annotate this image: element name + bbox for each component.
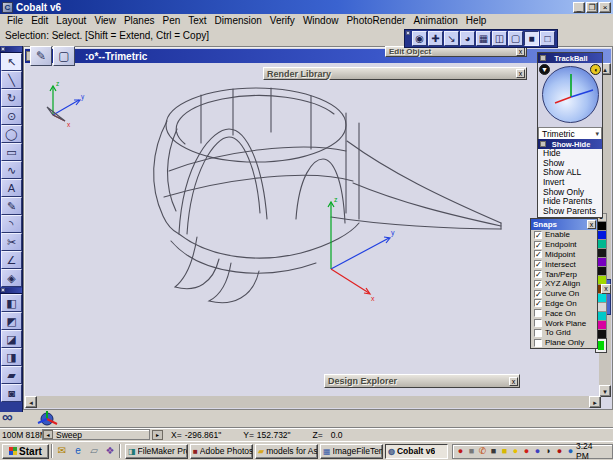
design-explorer-close-icon[interactable]: x — [509, 377, 518, 386]
mini-palette-close-icon[interactable]: x — [601, 284, 611, 294]
snaps-close-icon[interactable]: x — [587, 220, 596, 229]
tool-button[interactable]: ↖ — [1, 53, 22, 71]
menu-item[interactable]: PhotoRender — [342, 15, 409, 26]
render-library-close-icon[interactable]: x — [516, 69, 525, 78]
start-button[interactable]: Start — [2, 444, 49, 459]
z-coord-value[interactable]: 0.0 — [331, 430, 343, 440]
x-coord-value[interactable]: -296.861" — [185, 430, 222, 440]
scroll-left-icon[interactable]: ◂ — [25, 396, 37, 408]
presentation-mode-icon[interactable]: ▢ — [53, 46, 75, 66]
tray-icon[interactable]: ◗ — [543, 445, 554, 458]
snap-checkbox[interactable]: ✓ — [534, 299, 542, 307]
menu-item[interactable]: Window — [299, 15, 343, 26]
view-toolbar-button[interactable]: ◕ — [460, 31, 475, 46]
menu-item[interactable]: Verify — [266, 15, 299, 26]
solid-tool-button[interactable]: ◪ — [1, 330, 22, 348]
taskbar-window-button[interactable]: ◍ Cobalt v6 — [385, 444, 448, 459]
solid-tool-button[interactable]: ◧ — [1, 294, 22, 312]
close-button[interactable]: × — [599, 2, 611, 13]
trackball-titlebar[interactable]: TrackBall — [538, 53, 602, 63]
quick-launch-icon[interactable]: ▱ — [87, 444, 101, 458]
view-toolbar-button[interactable]: ▦ — [476, 31, 491, 46]
snaps-titlebar[interactable]: Snaps x — [531, 219, 597, 230]
trackball-menu-icon[interactable]: ▼ — [539, 64, 550, 75]
snap-checkbox[interactable]: ✓ — [534, 231, 542, 239]
snap-checkbox[interactable]: ✓ — [534, 309, 542, 317]
menu-item[interactable]: Edit — [27, 15, 52, 26]
tray-icon[interactable]: ● — [532, 445, 543, 458]
menu-item[interactable]: Text — [184, 15, 210, 26]
snap-checkbox[interactable]: ✓ — [534, 280, 542, 288]
solid-tool-button[interactable]: ◩ — [1, 312, 22, 330]
view-toolbar-button[interactable]: ■ — [524, 31, 539, 46]
menu-item[interactable]: Planes — [120, 15, 159, 26]
solid-tool-button[interactable]: ◙ — [1, 384, 22, 402]
tool-button[interactable]: ◝ — [1, 215, 22, 233]
menu-item[interactable]: Help — [462, 15, 491, 26]
snap-checkbox[interactable]: ✓ — [534, 270, 542, 278]
snap-checkbox[interactable]: ✓ — [534, 329, 542, 337]
menu-item[interactable]: Pen — [158, 15, 184, 26]
menu-item[interactable]: Animation — [409, 15, 461, 26]
solid-tool-button[interactable]: ◨ — [1, 348, 22, 366]
tool-button[interactable]: ✂ — [1, 233, 22, 251]
snap-checkbox[interactable]: ✓ — [534, 260, 542, 268]
design-explorer-palette[interactable]: Design Explorer x — [324, 374, 520, 388]
tray-icon[interactable]: ■ — [499, 445, 510, 458]
drawing-canvas[interactable]: z y x z y x — [25, 63, 601, 397]
tool-button[interactable]: ∠ — [1, 251, 22, 269]
tool-button[interactable]: ╲ — [1, 71, 22, 89]
tool-button[interactable]: ▭ — [1, 143, 22, 161]
menu-item[interactable]: File — [3, 15, 27, 26]
tool-next-icon[interactable]: ▸ — [152, 430, 163, 440]
menu-item[interactable]: View — [90, 15, 120, 26]
view-toolbar-button[interactable]: □ — [540, 31, 555, 46]
tray-icon[interactable]: ● — [554, 445, 565, 458]
tool-prev-icon[interactable]: ◂ — [43, 430, 53, 439]
tool-button[interactable]: ◯ — [1, 125, 22, 143]
trackball-spin-icon[interactable]: ◖ — [590, 64, 601, 75]
taskbar-window-button[interactable]: ▦ ImageFileTemp... — [320, 444, 383, 459]
taskbar-window-button[interactable]: ▰ models for Ashlar — [255, 444, 318, 459]
snap-checkbox[interactable]: ✓ — [534, 319, 542, 327]
menu-item[interactable]: Dimension — [211, 15, 266, 26]
snap-checkbox[interactable]: ✓ — [534, 241, 542, 249]
view-toolbar-button[interactable]: ◉ — [412, 31, 427, 46]
tray-icon[interactable]: ■ — [488, 445, 499, 458]
window-titlebar[interactable]: C Cobalt v6 _ ❐ × — [0, 0, 613, 14]
tray-icon[interactable]: ● — [455, 445, 466, 458]
tool-button[interactable]: A — [1, 179, 22, 197]
solid-tool-button[interactable]: ▰ — [1, 366, 22, 384]
sketch-mode-icon[interactable]: ✎ — [30, 46, 52, 66]
view-toolbar-button[interactable]: ▢ — [508, 31, 523, 46]
horizontal-scrollbar[interactable]: ◂ ▸ — [25, 396, 601, 408]
tool-button[interactable]: ✎ — [1, 197, 22, 215]
tool-button[interactable]: ↻ — [1, 89, 22, 107]
view-toolbar-button[interactable]: ↘ — [444, 31, 459, 46]
taskbar-window-button[interactable]: ◨ FileMaker Pro -... — [125, 444, 188, 459]
quick-launch-icon[interactable]: ❖ — [103, 444, 117, 458]
view-toolbar-button[interactable]: ◫ — [492, 31, 507, 46]
show-hide-close-box[interactable] — [540, 141, 546, 147]
restore-button[interactable]: ❐ — [586, 2, 598, 13]
quick-launch-icon[interactable]: ✉ — [55, 444, 69, 458]
menu-item[interactable]: Layout — [52, 15, 90, 26]
scroll-right-icon[interactable]: ▸ — [589, 396, 601, 408]
render-library-palette[interactable]: Render Library x — [263, 67, 527, 80]
snap-checkbox[interactable]: ✓ — [534, 290, 542, 298]
snap-checkbox[interactable]: ✓ — [534, 339, 542, 347]
tool-button[interactable]: ∿ — [1, 161, 22, 179]
tray-icon[interactable]: ✆ — [477, 445, 488, 458]
snap-checkbox[interactable]: ✓ — [534, 250, 542, 258]
tray-icon[interactable]: ● — [510, 445, 521, 458]
toolbar-grip[interactable] — [406, 31, 410, 35]
tray-icon[interactable]: ● — [521, 445, 532, 458]
active-tool-field[interactable]: ◂ Sweep — [42, 429, 150, 440]
tool-button[interactable]: ⊙ — [1, 107, 22, 125]
y-coord-value[interactable]: 152.732" — [257, 430, 291, 440]
trackball-sphere[interactable] — [542, 66, 599, 123]
quick-launch-icon[interactable]: e — [71, 444, 85, 458]
edit-object-close-icon[interactable]: x — [516, 47, 525, 56]
taskbar-window-button[interactable]: ■ Adobe Photoshop — [190, 444, 253, 459]
view-toolbar-button[interactable]: ✚ — [428, 31, 443, 46]
